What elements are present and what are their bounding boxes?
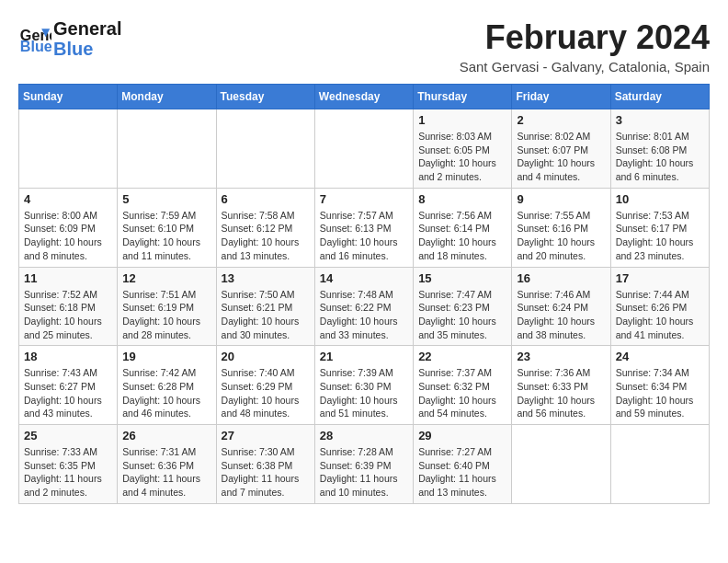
day-info: Sunrise: 7:46 AM Sunset: 6:24 PM Dayligh… — [517, 288, 605, 342]
day-number: 21 — [320, 350, 408, 363]
title-block: February 2024 Sant Gervasi - Galvany, Ca… — [460, 18, 710, 75]
day-cell: 10Sunrise: 7:53 AM Sunset: 6:17 PM Dayli… — [610, 188, 709, 267]
day-number: 18 — [24, 350, 112, 363]
day-header-thursday: Thursday — [414, 85, 512, 109]
day-info: Sunrise: 7:40 AM Sunset: 6:29 PM Dayligh… — [222, 366, 310, 420]
day-cell: 17Sunrise: 7:44 AM Sunset: 6:26 PM Dayli… — [610, 267, 709, 346]
day-cell: 28Sunrise: 7:28 AM Sunset: 6:39 PM Dayli… — [314, 425, 413, 504]
day-number: 29 — [418, 429, 506, 442]
day-cell: 29Sunrise: 7:27 AM Sunset: 6:40 PM Dayli… — [414, 425, 512, 504]
day-number: 9 — [517, 192, 605, 206]
day-number: 2 — [517, 113, 605, 127]
day-number: 14 — [320, 271, 408, 285]
day-cell: 9Sunrise: 7:55 AM Sunset: 6:16 PM Daylig… — [512, 188, 610, 267]
day-number: 7 — [320, 192, 408, 206]
day-info: Sunrise: 7:30 AM Sunset: 6:38 PM Dayligh… — [222, 445, 310, 500]
week-row-1: 1Sunrise: 8:03 AM Sunset: 6:05 PM Daylig… — [19, 109, 710, 189]
day-number: 17 — [616, 271, 704, 285]
day-cell: 24Sunrise: 7:34 AM Sunset: 6:34 PM Dayli… — [610, 346, 709, 425]
day-header-friday: Friday — [512, 85, 610, 109]
day-number: 11 — [24, 271, 112, 285]
day-cell: 19Sunrise: 7:42 AM Sunset: 6:28 PM Dayli… — [118, 346, 216, 425]
day-cell — [118, 109, 216, 189]
day-number: 28 — [320, 429, 408, 442]
week-row-3: 11Sunrise: 7:52 AM Sunset: 6:18 PM Dayli… — [19, 267, 710, 346]
day-info: Sunrise: 7:50 AM Sunset: 6:21 PM Dayligh… — [222, 288, 310, 342]
day-info: Sunrise: 7:33 AM Sunset: 6:35 PM Dayligh… — [24, 445, 112, 500]
day-info: Sunrise: 7:58 AM Sunset: 6:12 PM Dayligh… — [222, 209, 310, 263]
day-cell: 23Sunrise: 7:36 AM Sunset: 6:33 PM Dayli… — [512, 346, 610, 425]
day-header-tuesday: Tuesday — [216, 85, 314, 109]
week-row-4: 18Sunrise: 7:43 AM Sunset: 6:27 PM Dayli… — [19, 346, 710, 425]
day-cell: 25Sunrise: 7:33 AM Sunset: 6:35 PM Dayli… — [19, 425, 118, 504]
day-info: Sunrise: 7:43 AM Sunset: 6:27 PM Dayligh… — [24, 366, 112, 420]
day-number: 13 — [222, 271, 310, 285]
day-cell: 7Sunrise: 7:57 AM Sunset: 6:13 PM Daylig… — [314, 188, 413, 267]
day-number: 10 — [616, 192, 704, 206]
day-cell: 27Sunrise: 7:30 AM Sunset: 6:38 PM Dayli… — [216, 425, 314, 504]
day-cell — [19, 109, 118, 189]
day-info: Sunrise: 8:03 AM Sunset: 6:05 PM Dayligh… — [418, 130, 506, 184]
day-number: 20 — [222, 350, 310, 363]
day-header-saturday: Saturday — [610, 85, 709, 109]
day-cell: 14Sunrise: 7:48 AM Sunset: 6:22 PM Dayli… — [314, 267, 413, 346]
day-cell: 1Sunrise: 8:03 AM Sunset: 6:05 PM Daylig… — [414, 109, 512, 189]
day-info: Sunrise: 7:37 AM Sunset: 6:32 PM Dayligh… — [418, 366, 506, 420]
day-info: Sunrise: 7:56 AM Sunset: 6:14 PM Dayligh… — [418, 209, 506, 263]
day-info: Sunrise: 7:27 AM Sunset: 6:40 PM Dayligh… — [418, 445, 506, 500]
week-row-5: 25Sunrise: 7:33 AM Sunset: 6:35 PM Dayli… — [19, 425, 710, 504]
day-cell: 13Sunrise: 7:50 AM Sunset: 6:21 PM Dayli… — [216, 267, 314, 346]
day-info: Sunrise: 7:39 AM Sunset: 6:30 PM Dayligh… — [320, 366, 408, 420]
day-info: Sunrise: 7:47 AM Sunset: 6:23 PM Dayligh… — [418, 288, 506, 342]
logo-line2: Blue — [53, 39, 121, 59]
day-number: 3 — [616, 113, 704, 127]
day-cell: 16Sunrise: 7:46 AM Sunset: 6:24 PM Dayli… — [512, 267, 610, 346]
day-cell — [314, 109, 413, 189]
day-info: Sunrise: 7:59 AM Sunset: 6:10 PM Dayligh… — [122, 209, 210, 263]
day-info: Sunrise: 7:48 AM Sunset: 6:22 PM Dayligh… — [320, 288, 408, 342]
day-cell: 5Sunrise: 7:59 AM Sunset: 6:10 PM Daylig… — [118, 188, 216, 267]
day-number: 16 — [517, 271, 605, 285]
day-number: 27 — [222, 429, 310, 442]
svg-text:Blue: Blue — [20, 38, 51, 54]
day-info: Sunrise: 7:44 AM Sunset: 6:26 PM Dayligh… — [616, 288, 704, 342]
day-number: 22 — [418, 350, 506, 363]
day-number: 19 — [122, 350, 210, 363]
day-cell — [610, 425, 709, 504]
day-info: Sunrise: 7:55 AM Sunset: 6:16 PM Dayligh… — [517, 209, 605, 263]
day-cell: 6Sunrise: 7:58 AM Sunset: 6:12 PM Daylig… — [216, 188, 314, 267]
logo-line1: General — [53, 18, 121, 39]
day-cell: 18Sunrise: 7:43 AM Sunset: 6:27 PM Dayli… — [19, 346, 118, 425]
day-number: 1 — [418, 113, 506, 127]
day-info: Sunrise: 7:57 AM Sunset: 6:13 PM Dayligh… — [320, 209, 408, 263]
day-cell: 12Sunrise: 7:51 AM Sunset: 6:19 PM Dayli… — [118, 267, 216, 346]
day-info: Sunrise: 7:52 AM Sunset: 6:18 PM Dayligh… — [24, 288, 112, 342]
day-number: 26 — [122, 429, 210, 442]
day-info: Sunrise: 8:00 AM Sunset: 6:09 PM Dayligh… — [24, 209, 112, 263]
logo-icon: General Blue — [18, 22, 51, 55]
day-info: Sunrise: 7:42 AM Sunset: 6:28 PM Dayligh… — [122, 366, 210, 420]
day-cell: 3Sunrise: 8:01 AM Sunset: 6:08 PM Daylig… — [610, 109, 709, 189]
day-number: 4 — [24, 192, 112, 206]
day-info: Sunrise: 7:34 AM Sunset: 6:34 PM Dayligh… — [616, 366, 704, 420]
day-number: 25 — [24, 429, 112, 442]
day-header-monday: Monday — [118, 85, 216, 109]
day-cell: 21Sunrise: 7:39 AM Sunset: 6:30 PM Dayli… — [314, 346, 413, 425]
day-cell: 2Sunrise: 8:02 AM Sunset: 6:07 PM Daylig… — [512, 109, 610, 189]
day-cell: 20Sunrise: 7:40 AM Sunset: 6:29 PM Dayli… — [216, 346, 314, 425]
header-row: SundayMondayTuesdayWednesdayThursdayFrid… — [19, 85, 710, 109]
day-info: Sunrise: 7:51 AM Sunset: 6:19 PM Dayligh… — [122, 288, 210, 342]
day-cell: 4Sunrise: 8:00 AM Sunset: 6:09 PM Daylig… — [19, 188, 118, 267]
day-cell: 22Sunrise: 7:37 AM Sunset: 6:32 PM Dayli… — [414, 346, 512, 425]
day-info: Sunrise: 7:28 AM Sunset: 6:39 PM Dayligh… — [320, 445, 408, 500]
month-title: February 2024 — [460, 18, 710, 57]
day-cell: 26Sunrise: 7:31 AM Sunset: 6:36 PM Dayli… — [118, 425, 216, 504]
day-cell: 8Sunrise: 7:56 AM Sunset: 6:14 PM Daylig… — [414, 188, 512, 267]
day-cell — [512, 425, 610, 504]
day-cell: 11Sunrise: 7:52 AM Sunset: 6:18 PM Dayli… — [19, 267, 118, 346]
day-info: Sunrise: 7:36 AM Sunset: 6:33 PM Dayligh… — [517, 366, 605, 420]
day-number: 24 — [616, 350, 704, 363]
day-info: Sunrise: 8:01 AM Sunset: 6:08 PM Dayligh… — [616, 130, 704, 184]
day-number: 5 — [122, 192, 210, 206]
day-info: Sunrise: 8:02 AM Sunset: 6:07 PM Dayligh… — [517, 130, 605, 184]
